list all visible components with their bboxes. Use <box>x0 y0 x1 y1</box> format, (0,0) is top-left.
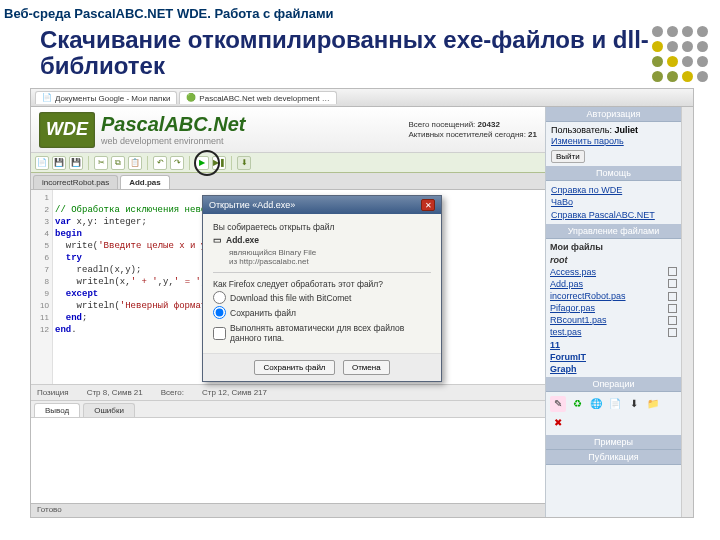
op-edit-icon[interactable]: ✎ <box>550 396 566 412</box>
output-tab-strip: Вывод Ошибки <box>31 400 545 417</box>
help-link[interactable]: Справка по WDE <box>551 184 676 197</box>
step-button[interactable]: ▶❚ <box>212 156 226 170</box>
cancel-button[interactable]: Отмена <box>343 360 390 375</box>
file-tab[interactable]: incorrectRobot.pas <box>33 175 118 189</box>
dialog-filetype: являющийся Binary File <box>229 248 431 257</box>
dialog-titlebar: Открытие «Add.exe» ✕ <box>203 196 441 214</box>
sidebar-help-header: Помощь <box>546 166 681 181</box>
new-file-button[interactable]: 📄 <box>35 156 49 170</box>
download-exe-button[interactable]: ⬇ <box>237 156 251 170</box>
save-file-button[interactable]: Сохранить файл <box>254 360 334 375</box>
undo-button[interactable]: ↶ <box>153 156 167 170</box>
op-globe-icon[interactable]: 🌐 <box>588 396 604 412</box>
editor-statusbar: ПозицияСтр 8, Симв 21 Всего:Стр 12, Симв… <box>31 384 545 400</box>
close-icon[interactable]: ✕ <box>421 199 435 211</box>
checkbox-remember[interactable]: Выполнять автоматически для всех файлов … <box>213 323 431 343</box>
sidebar-ops-header: Операции <box>546 377 681 392</box>
radio-save-file[interactable]: Сохранить файл <box>213 306 431 319</box>
operations-toolbar: ✎ ♻ 🌐 📄 ⬇ 📁 ✖ <box>546 392 681 435</box>
exe-icon: ▭ <box>213 235 222 245</box>
scrollbar-vertical[interactable] <box>681 107 693 517</box>
logout-button[interactable]: Выйти <box>551 150 585 163</box>
sidebar: Авторизация Пользователь: Juliet Изменит… <box>545 107 681 517</box>
folder-link[interactable]: ForumIT <box>550 351 677 363</box>
tab-errors[interactable]: Ошибки <box>83 403 135 417</box>
op-delete-icon[interactable]: ✖ <box>550 415 566 431</box>
file-row[interactable]: Access.pas <box>550 266 677 278</box>
dialog-title-text: Открытие «Add.exe» <box>209 200 295 210</box>
change-password-link[interactable]: Изменить пароль <box>551 135 676 148</box>
tab-output[interactable]: Вывод <box>34 403 80 417</box>
browser-tab[interactable]: 📄Документы Google - Мои папки <box>35 91 177 104</box>
download-dialog: Открытие «Add.exe» ✕ Вы собираетесь откр… <box>202 195 442 382</box>
file-row[interactable]: Pifagor.pas <box>550 302 677 314</box>
dialog-question: Как Firefox следует обработать этот файл… <box>213 279 431 289</box>
status-ready: Готово <box>31 503 545 517</box>
op-refresh-icon[interactable]: ♻ <box>569 396 585 412</box>
copy-button[interactable]: ⧉ <box>111 156 125 170</box>
sidebar-auth-header: Авторизация <box>546 107 681 122</box>
page-header: WDE PascalABC.Net web development enviro… <box>31 107 545 153</box>
output-panel <box>31 417 545 503</box>
gdocs-icon: 📄 <box>42 93 52 103</box>
checkbox[interactable] <box>668 267 677 276</box>
checkbox[interactable] <box>668 292 677 301</box>
run-button[interactable]: ▶ <box>195 156 209 170</box>
file-row[interactable]: Add.pas <box>550 278 677 290</box>
dialog-filename: Add.exe <box>226 235 259 245</box>
op-newfolder-icon[interactable]: 📁 <box>645 396 661 412</box>
auth-block: Пользователь: Juliet Изменить пароль Вый… <box>546 122 681 166</box>
save-all-button[interactable]: 💾 <box>69 156 83 170</box>
checkbox[interactable] <box>668 304 677 313</box>
visit-stats: Всего посещений: 20432 Активных посетите… <box>408 120 537 139</box>
brand-sub: web development environment <box>101 136 246 146</box>
redo-button[interactable]: ↷ <box>170 156 184 170</box>
folder-link[interactable]: 11 <box>550 339 677 351</box>
site-icon: 🟢 <box>186 93 196 103</box>
checkbox[interactable] <box>668 279 677 288</box>
file-row[interactable]: incorrectRobot.pas <box>550 290 677 302</box>
tab-label: PascalABC.Net web development … <box>199 94 329 103</box>
file-tree: Мои файлы root Access.pas Add.pas incorr… <box>546 239 681 377</box>
dialog-intro: Вы собираетесь открыть файл <box>213 222 431 232</box>
checkbox[interactable] <box>668 316 677 325</box>
dialog-source: из http://pascalabc.net <box>229 257 431 266</box>
decorative-dots <box>652 26 708 82</box>
radio-download-bitcomet[interactable]: Download this file with BitComet <box>213 291 431 304</box>
file-row[interactable]: test.pas <box>550 326 677 338</box>
sidebar-examples-header[interactable]: Примеры <box>546 435 681 450</box>
file-tab-active[interactable]: Add.pas <box>120 175 170 189</box>
file-row[interactable]: RBcount1.pas <box>550 314 677 326</box>
slide-topic: Веб-среда PascalABC.NET WDE. Работа с фа… <box>0 0 720 23</box>
ide-toolbar: 📄 💾 💾 ✂ ⧉ 📋 ↶ ↷ ▶ ▶❚ ⬇ <box>31 153 545 173</box>
file-tab-strip: incorrectRobot.pas Add.pas <box>31 173 545 190</box>
op-download-icon[interactable]: ⬇ <box>626 396 642 412</box>
sidebar-publish-header[interactable]: Публикация <box>546 450 681 465</box>
cut-button[interactable]: ✂ <box>94 156 108 170</box>
paste-button[interactable]: 📋 <box>128 156 142 170</box>
checkbox[interactable] <box>668 328 677 337</box>
browser-tab-strip: 📄Документы Google - Мои папки 🟢PascalABC… <box>31 89 693 107</box>
wde-logo: WDE <box>39 112 95 148</box>
brand-name: PascalABC.Net <box>101 113 246 136</box>
folder-link[interactable]: Graph <box>550 363 677 375</box>
op-newfile-icon[interactable]: 📄 <box>607 396 623 412</box>
browser-tab[interactable]: 🟢PascalABC.Net web development … <box>179 91 336 104</box>
tab-label: Документы Google - Мои папки <box>55 94 170 103</box>
docs-link[interactable]: Справка PascalABC.NET <box>551 209 676 222</box>
faq-link[interactable]: ЧаВо <box>551 196 676 209</box>
line-gutter: 123456789101112 <box>31 190 53 384</box>
slide-title: Скачивание откомпилированных exe-файлов … <box>0 23 720 86</box>
sidebar-files-header: Управление файлами <box>546 224 681 239</box>
save-button[interactable]: 💾 <box>52 156 66 170</box>
